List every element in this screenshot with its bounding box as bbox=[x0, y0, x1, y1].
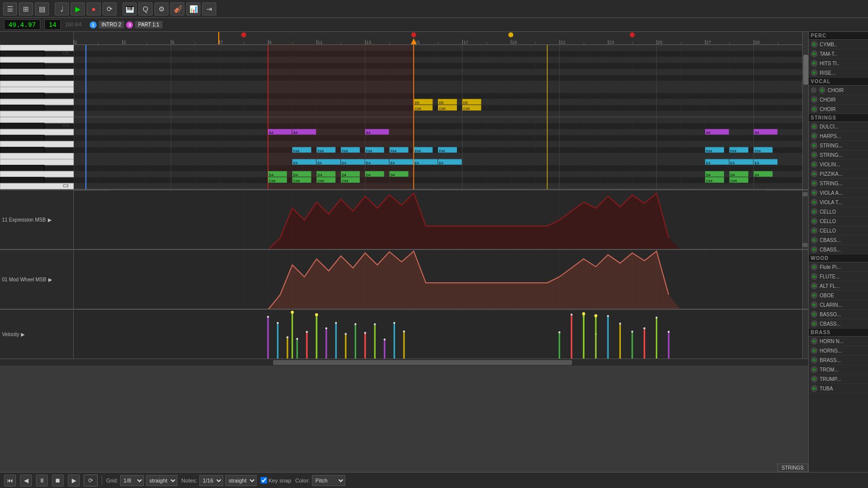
transport-pause[interactable]: ⏸ bbox=[36, 475, 48, 487]
inst-item-cbass2[interactable]: ▶ CBASS... bbox=[809, 245, 868, 254]
inst-item-choir3[interactable]: ▶ CHOIR bbox=[809, 105, 868, 114]
inst-play-cello3[interactable]: ▶ bbox=[811, 227, 818, 234]
inst-item-cello1[interactable]: ▶ CELLO bbox=[809, 207, 868, 217]
inst-item-string2[interactable]: ▶ STRING... bbox=[809, 150, 868, 160]
inst-item-brass[interactable]: ▶ BRASS... bbox=[809, 356, 868, 365]
modwheel-cc-content[interactable] bbox=[74, 250, 802, 309]
inst-item-pizz[interactable]: ▶ PIZZIKA... bbox=[809, 169, 868, 179]
inst-item-viola-t[interactable]: ▶ VIOLA T... bbox=[809, 198, 868, 207]
transport-play[interactable]: ▶ bbox=[68, 475, 80, 487]
grid-value-select[interactable]: 1/8 1/4 1/16 bbox=[120, 475, 144, 486]
inst-play-viola-t[interactable]: ▶ bbox=[811, 199, 818, 206]
inst-play-flute[interactable]: ▶ bbox=[811, 273, 818, 280]
color-select[interactable]: Pitch Velocity Channel bbox=[312, 475, 345, 486]
notes-curve-select[interactable]: straight curved bbox=[225, 475, 257, 486]
inst-play-string3[interactable]: ▶ bbox=[811, 180, 818, 187]
transport-back[interactable]: ◀ bbox=[20, 475, 32, 487]
inst-play-horns[interactable]: ▶ bbox=[811, 347, 818, 354]
quantize-icon[interactable]: Q bbox=[139, 2, 152, 15]
inst-play-viola-a[interactable]: ▶ bbox=[811, 189, 818, 196]
inst-play-tuba[interactable]: ▶ bbox=[811, 385, 818, 392]
grid-view-icon[interactable]: ⊞ bbox=[19, 2, 33, 15]
key-snap-checkbox[interactable] bbox=[261, 477, 267, 484]
note-grid[interactable] bbox=[74, 45, 802, 189]
hscroll-thumb[interactable] bbox=[273, 360, 572, 365]
inst-play-cymb[interactable]: ▶ bbox=[811, 41, 818, 48]
expression-cc-content[interactable] bbox=[74, 190, 802, 249]
inst-item-trom[interactable]: ▶ TROM... bbox=[809, 365, 868, 374]
grid-curve-select[interactable]: straight curved bbox=[146, 475, 177, 486]
instrument-icon[interactable]: 🎻 bbox=[170, 2, 184, 15]
export-icon[interactable]: ⇥ bbox=[202, 2, 216, 15]
inst-item-clarin[interactable]: ▶ CLARIN... bbox=[809, 300, 868, 310]
menu-icon[interactable]: ☰ bbox=[3, 2, 17, 15]
inst-play-cbass1[interactable]: ▶ bbox=[811, 237, 818, 244]
inst-play-trom[interactable]: ▶ bbox=[811, 366, 818, 373]
inst-play-rise[interactable]: ▶ bbox=[811, 69, 818, 76]
inst-item-hits[interactable]: ▶ HITS TI.. bbox=[809, 59, 868, 68]
inst-play-string2[interactable]: ▶ bbox=[811, 151, 818, 158]
inst-item-string1[interactable]: ▶ STRING... bbox=[809, 141, 868, 150]
inst-item-cymb[interactable]: ▶ CYMB.. bbox=[809, 40, 868, 49]
vertical-scrollbar[interactable] bbox=[802, 45, 808, 189]
tempo-display[interactable]: 14 bbox=[44, 19, 61, 30]
inst-item-violin[interactable]: ▶ VIOLIN... bbox=[809, 160, 868, 169]
inst-item-cello2[interactable]: ▶ CELLO bbox=[809, 217, 868, 226]
inst-item-basso[interactable]: ▶ BASSO... bbox=[809, 310, 868, 319]
modwheel-expand-icon[interactable]: ▶ bbox=[48, 277, 52, 282]
inst-play-clarin[interactable]: ▶ bbox=[811, 301, 818, 308]
inst-item-oboe[interactable]: ▶ OBOE bbox=[809, 291, 868, 300]
inst-item-harps[interactable]: ▶ HARPS... bbox=[809, 131, 868, 141]
inst-item-choir2[interactable]: ▶ CHOIR bbox=[809, 95, 868, 105]
inst-item-string3[interactable]: ▶ STRING... bbox=[809, 179, 868, 188]
transport-loop[interactable]: ⟳ bbox=[84, 475, 98, 487]
transport-stop[interactable]: ⏹ bbox=[52, 475, 64, 487]
inst-item-choir1[interactable]: ▶ CHOIR bbox=[809, 86, 868, 95]
inst-play-violin[interactable]: ▶ bbox=[811, 161, 818, 168]
inst-item-rise[interactable]: ▶ RISE... bbox=[809, 68, 868, 78]
inst-item-horns[interactable]: ▶ HORNS... bbox=[809, 346, 868, 356]
inst-play-brass[interactable]: ▶ bbox=[811, 357, 818, 364]
inst-play-choir1[interactable]: ▶ bbox=[819, 87, 826, 94]
inst-item-viola-a[interactable]: ▶ VIOLA A... bbox=[809, 188, 868, 198]
settings-icon[interactable]: ⚙ bbox=[154, 2, 168, 15]
inst-item-trump[interactable]: ▶ TRUMP... bbox=[809, 374, 868, 384]
inst-item-tamt[interactable]: ▶ TAM-T.. bbox=[809, 49, 868, 59]
inst-play-cello2[interactable]: ▶ bbox=[811, 218, 818, 225]
inst-play-tamt[interactable]: ▶ bbox=[811, 50, 818, 57]
inst-play-flute-pi[interactable]: ▶ bbox=[811, 263, 818, 270]
note-icon[interactable]: ♩ bbox=[55, 2, 69, 15]
inst-item-dulci[interactable]: ▶ DULCI... bbox=[809, 122, 868, 131]
inst-item-cbass-w[interactable]: ▶ CBASS... bbox=[809, 319, 868, 329]
inst-play-hits[interactable]: ▶ bbox=[811, 60, 818, 67]
inst-play-string1[interactable]: ▶ bbox=[811, 142, 818, 149]
inst-play-horn-n[interactable]: ▶ bbox=[811, 338, 818, 345]
list-view-icon[interactable]: ▤ bbox=[35, 2, 49, 15]
loop-icon[interactable]: ⟳ bbox=[103, 2, 117, 15]
position-display[interactable]: 49.4.97 bbox=[4, 19, 40, 30]
inst-play-harps[interactable]: ▶ bbox=[811, 132, 818, 139]
scrollbar-thumb[interactable] bbox=[803, 55, 808, 85]
inst-play-choir2[interactable]: ▶ bbox=[811, 96, 818, 103]
inst-play-pizz[interactable]: ▶ bbox=[811, 170, 818, 177]
piano-icon[interactable]: 🎹 bbox=[123, 2, 137, 15]
inst-play-cello1[interactable]: ▶ bbox=[811, 208, 818, 215]
expression-expand-icon[interactable]: ▶ bbox=[48, 217, 52, 223]
notes-value-select[interactable]: 1/16 1/4 1/8 1/32 bbox=[199, 475, 223, 486]
velocity-expand-icon[interactable]: ▶ bbox=[21, 332, 25, 337]
inst-play-alt-fl[interactable]: ▶ bbox=[811, 282, 818, 289]
inst-play-basso[interactable]: ▶ bbox=[811, 311, 818, 318]
inst-item-cello3[interactable]: ▶ CELLO bbox=[809, 226, 868, 236]
transport-rewind[interactable]: ⏮ bbox=[4, 475, 16, 487]
inst-play-trump[interactable]: ▶ bbox=[811, 375, 818, 382]
inst-item-cbass1[interactable]: ▶ CBASS... bbox=[809, 236, 868, 245]
inst-item-flute[interactable]: ▶ FLUTE... bbox=[809, 272, 868, 281]
inst-play-dulci[interactable]: ▶ bbox=[811, 123, 818, 130]
inst-item-alt-fl[interactable]: ▶ ALT FL... bbox=[809, 281, 868, 291]
inst-item-tuba[interactable]: ▶ TUBA bbox=[809, 384, 868, 393]
inst-play-choir3[interactable]: ▶ bbox=[811, 106, 818, 113]
inst-play-cbass2[interactable]: ▶ bbox=[811, 246, 818, 253]
play-icon[interactable]: ▶ bbox=[71, 2, 85, 15]
inst-item-flute-pi[interactable]: ▶ Flute Pi... bbox=[809, 262, 868, 272]
inst-play-cbass-w[interactable]: ▶ bbox=[811, 320, 818, 327]
